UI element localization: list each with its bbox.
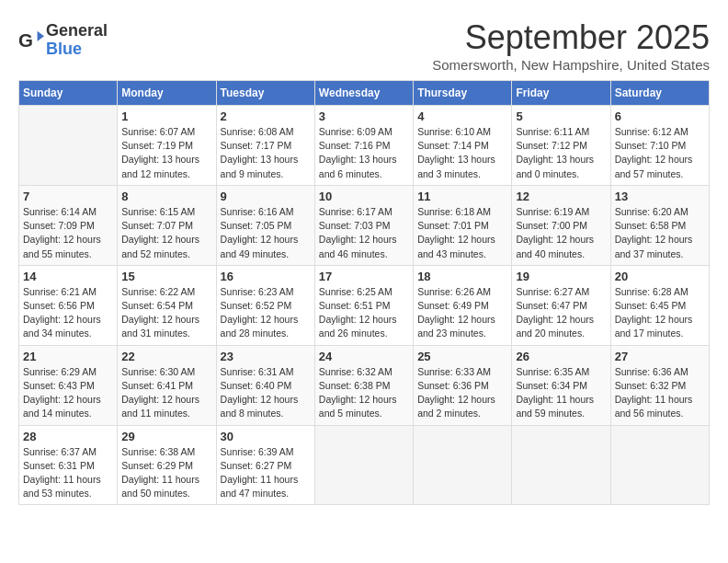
table-row [414, 425, 512, 505]
day-number: 1 [121, 109, 211, 123]
table-row: 21Sunrise: 6:29 AMSunset: 6:43 PMDayligh… [19, 345, 118, 425]
day-number: 15 [121, 270, 211, 283]
daylight: Daylight: 13 hours and 6 minutes. [319, 154, 397, 178]
day-info: Sunrise: 6:08 AMSunset: 7:17 PMDaylight:… [221, 125, 311, 181]
daylight: Daylight: 12 hours and 52 minutes. [121, 234, 199, 259]
day-number: 29 [121, 430, 211, 443]
daylight: Daylight: 11 hours and 50 minutes. [121, 474, 199, 499]
daylight: Daylight: 12 hours and 14 minutes. [23, 394, 101, 419]
sunrise: Sunrise: 6:07 AM [121, 126, 195, 137]
day-info: Sunrise: 6:28 AMSunset: 6:45 PMDaylight:… [615, 285, 705, 341]
sunset: Sunset: 6:51 PM [319, 300, 391, 311]
sunset: Sunset: 6:32 PM [615, 380, 687, 391]
table-row: 8Sunrise: 6:15 AMSunset: 7:07 PMDaylight… [118, 185, 216, 265]
sunrise: Sunrise: 6:37 AM [23, 446, 97, 457]
sunset: Sunset: 7:07 PM [121, 220, 193, 231]
sunrise: Sunrise: 6:14 AM [23, 206, 97, 217]
sunrise: Sunrise: 6:16 AM [221, 206, 294, 217]
table-row: 12Sunrise: 6:19 AMSunset: 7:00 PMDayligh… [512, 185, 610, 265]
location: Somersworth, New Hampshire, United State… [432, 57, 710, 73]
sunset: Sunset: 6:45 PM [615, 300, 687, 311]
daylight: Daylight: 12 hours and 49 minutes. [221, 234, 299, 259]
table-row [19, 106, 118, 186]
day-info: Sunrise: 6:26 AMSunset: 6:49 PMDaylight:… [417, 285, 507, 341]
day-info: Sunrise: 6:29 AMSunset: 6:43 PMDaylight:… [23, 365, 113, 421]
table-row: 3Sunrise: 6:09 AMSunset: 7:16 PMDaylight… [314, 106, 413, 186]
daylight: Daylight: 12 hours and 46 minutes. [319, 234, 397, 259]
col-monday: Monday [118, 81, 216, 106]
svg-marker-1 [38, 31, 44, 41]
table-row: 14Sunrise: 6:21 AMSunset: 6:56 PMDayligh… [19, 265, 118, 345]
day-info: Sunrise: 6:07 AMSunset: 7:19 PMDaylight:… [121, 125, 211, 181]
day-number: 16 [221, 270, 311, 283]
table-row: 15Sunrise: 6:22 AMSunset: 6:54 PMDayligh… [118, 265, 216, 345]
table-row: 25Sunrise: 6:33 AMSunset: 6:36 PMDayligh… [414, 345, 512, 425]
day-info: Sunrise: 6:22 AMSunset: 6:54 PMDaylight:… [121, 285, 211, 341]
sunset: Sunset: 6:41 PM [121, 380, 193, 391]
day-info: Sunrise: 6:14 AMSunset: 7:09 PMDaylight:… [23, 205, 113, 261]
sunrise: Sunrise: 6:15 AM [121, 206, 195, 217]
daylight: Daylight: 12 hours and 11 minutes. [121, 394, 199, 419]
sunrise: Sunrise: 6:26 AM [417, 286, 491, 297]
sunset: Sunset: 6:38 PM [319, 380, 391, 391]
day-info: Sunrise: 6:31 AMSunset: 6:40 PMDaylight:… [221, 365, 311, 421]
day-info: Sunrise: 6:35 AMSunset: 6:34 PMDaylight:… [516, 365, 606, 421]
daylight: Daylight: 12 hours and 31 minutes. [121, 314, 199, 339]
daylight: Daylight: 12 hours and 40 minutes. [516, 234, 594, 259]
table-row: 23Sunrise: 6:31 AMSunset: 6:40 PMDayligh… [216, 345, 314, 425]
daylight: Daylight: 13 hours and 0 minutes. [516, 154, 594, 178]
sunset: Sunset: 6:54 PM [121, 300, 193, 311]
daylight: Daylight: 12 hours and 57 minutes. [615, 154, 693, 178]
day-number: 13 [615, 190, 705, 203]
sunrise: Sunrise: 6:19 AM [516, 206, 589, 217]
sunset: Sunset: 6:58 PM [615, 220, 687, 231]
calendar-table: Sunday Monday Tuesday Wednesday Thursday… [18, 80, 710, 505]
daylight: Daylight: 12 hours and 34 minutes. [23, 314, 101, 339]
table-row: 11Sunrise: 6:18 AMSunset: 7:01 PMDayligh… [414, 185, 512, 265]
day-number: 26 [516, 350, 606, 363]
daylight: Daylight: 12 hours and 26 minutes. [319, 314, 397, 339]
calendar-week-2: 7Sunrise: 6:14 AMSunset: 7:09 PMDaylight… [19, 185, 710, 265]
day-info: Sunrise: 6:30 AMSunset: 6:41 PMDaylight:… [121, 365, 211, 421]
sunset: Sunset: 7:14 PM [417, 140, 489, 151]
sunrise: Sunrise: 6:23 AM [221, 286, 294, 297]
sunset: Sunset: 6:49 PM [417, 300, 489, 311]
sunset: Sunset: 7:12 PM [516, 140, 587, 151]
daylight: Daylight: 13 hours and 12 minutes. [121, 154, 199, 178]
day-info: Sunrise: 6:38 AMSunset: 6:29 PMDaylight:… [121, 445, 211, 501]
sunset: Sunset: 7:05 PM [221, 220, 292, 231]
table-row: 19Sunrise: 6:27 AMSunset: 6:47 PMDayligh… [512, 265, 610, 345]
table-row: 5Sunrise: 6:11 AMSunset: 7:12 PMDaylight… [512, 106, 610, 186]
sunset: Sunset: 7:09 PM [23, 220, 95, 231]
table-row: 24Sunrise: 6:32 AMSunset: 6:38 PMDayligh… [314, 345, 413, 425]
sunrise: Sunrise: 6:33 AM [417, 366, 491, 377]
logo-general: General [46, 22, 108, 40]
sunrise: Sunrise: 6:22 AM [121, 286, 195, 297]
table-row: 6Sunrise: 6:12 AMSunset: 7:10 PMDaylight… [610, 106, 709, 186]
title-block: September 2025 Somersworth, New Hampshir… [432, 18, 710, 73]
sunset: Sunset: 7:03 PM [319, 220, 391, 231]
svg-text:G: G [18, 29, 33, 50]
calendar-week-3: 14Sunrise: 6:21 AMSunset: 6:56 PMDayligh… [19, 265, 710, 345]
sunrise: Sunrise: 6:28 AM [615, 286, 688, 297]
table-row: 7Sunrise: 6:14 AMSunset: 7:09 PMDaylight… [19, 185, 118, 265]
sunrise: Sunrise: 6:38 AM [121, 446, 195, 457]
sunset: Sunset: 6:36 PM [417, 380, 489, 391]
day-number: 23 [221, 350, 311, 363]
sunrise: Sunrise: 6:32 AM [319, 366, 392, 377]
header-row: Sunday Monday Tuesday Wednesday Thursday… [19, 81, 710, 106]
day-info: Sunrise: 6:37 AMSunset: 6:31 PMDaylight:… [23, 445, 113, 501]
logo: G General Blue [18, 22, 108, 59]
sunrise: Sunrise: 6:17 AM [319, 206, 392, 217]
day-info: Sunrise: 6:33 AMSunset: 6:36 PMDaylight:… [417, 365, 507, 421]
day-info: Sunrise: 6:09 AMSunset: 7:16 PMDaylight:… [319, 125, 409, 181]
sunset: Sunset: 6:34 PM [516, 380, 587, 391]
daylight: Daylight: 12 hours and 5 minutes. [319, 394, 397, 419]
day-number: 2 [221, 109, 311, 123]
daylight: Daylight: 11 hours and 53 minutes. [23, 474, 101, 499]
sunset: Sunset: 6:56 PM [23, 300, 95, 311]
sunrise: Sunrise: 6:20 AM [615, 206, 688, 217]
sunset: Sunset: 6:27 PM [221, 460, 292, 471]
sunrise: Sunrise: 6:25 AM [319, 286, 392, 297]
daylight: Daylight: 12 hours and 2 minutes. [417, 394, 495, 419]
